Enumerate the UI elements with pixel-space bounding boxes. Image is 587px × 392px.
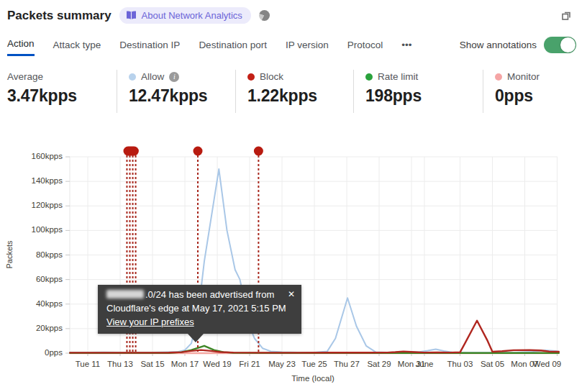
about-network-analytics-badge[interactable]: About Network Analytics [119, 7, 251, 24]
stat-value: 0pps [495, 86, 587, 106]
tab-action[interactable]: Action [7, 38, 35, 56]
stat-value: 12.47kpps [129, 86, 235, 106]
tab-ip-version[interactable]: IP version [286, 38, 329, 56]
tooltip-line2: Cloudflare's edge at May 17, 2021 5:15 P… [106, 301, 293, 315]
stat-label: Rate limit [378, 71, 418, 82]
tooltip-line1: .0/24 has been advertised from [106, 288, 293, 301]
toggle-knob [560, 37, 575, 53]
info-icon[interactable]: i [169, 72, 179, 82]
show-annotations-toggle[interactable] [544, 37, 576, 53]
page-title: Packets summary [7, 9, 112, 23]
y-tick-label: 160kpps [0, 152, 63, 160]
stat-allow: Allowi12.47kpps [117, 70, 235, 113]
tab-more[interactable]: ••• [401, 38, 411, 56]
tab-attack-type[interactable]: Attack type [53, 38, 101, 56]
redacted-ip-prefix [106, 290, 144, 298]
y-tick-label: 120kpps [0, 201, 63, 209]
x-axis-title: Time (local) [270, 374, 356, 383]
stat-block: Block1.22kpps [235, 70, 353, 113]
legend-dot [129, 73, 136, 81]
tab-protocol[interactable]: Protocol [347, 38, 383, 56]
stat-label: Average [7, 71, 43, 82]
legend-dot [495, 73, 502, 81]
stat-average: Average3.47kpps [7, 70, 117, 113]
tooltip-caret [188, 334, 204, 342]
annotation-marker-dot[interactable] [194, 147, 203, 156]
stat-label: Block [260, 71, 283, 82]
header: Packets summary About Network Analytics [7, 7, 270, 24]
close-icon[interactable]: ✕ [288, 288, 295, 301]
stat-value: 1.22kpps [247, 86, 353, 106]
stat-label: Allow [141, 71, 164, 82]
tab-destination-port[interactable]: Destination port [199, 38, 267, 56]
y-tick-label: 0pps [0, 348, 63, 357]
book-icon [126, 11, 137, 20]
view-ip-prefixes-link[interactable]: View your IP prefixes [106, 316, 194, 327]
legend-dot [365, 73, 373, 81]
pie-disc-icon[interactable] [259, 10, 270, 21]
annotation-marker-pill[interactable] [124, 147, 139, 156]
annotation-tooltip: ✕ .0/24 has been advertised from Cloudfl… [98, 285, 301, 334]
stat-label: Monitor [507, 71, 540, 82]
copy-window-icon[interactable] [560, 9, 573, 24]
legend-dot [247, 73, 255, 81]
stats-row: Average3.47kppsAllowi12.47kppsBlock1.22k… [7, 70, 587, 113]
stat-monitor: Monitor0pps [483, 70, 587, 113]
tab-bar: ActionAttack typeDestination IPDestinati… [7, 38, 411, 56]
packets-summary-panel: Packets summary About Network Analytics … [0, 0, 587, 392]
stat-value: 198pps [365, 86, 483, 106]
annotation-marker-dot[interactable] [254, 147, 263, 156]
y-tick-label: 40kpps [0, 299, 63, 308]
y-tick-label: 20kpps [0, 324, 63, 332]
tab-destination-ip[interactable]: Destination IP [119, 38, 180, 56]
show-annotations-control: Show annotations [460, 37, 576, 53]
stat-value: 3.47kpps [7, 86, 117, 106]
show-annotations-label: Show annotations [460, 40, 537, 50]
stat-rate-limit: Rate limit198pps [353, 70, 483, 113]
y-axis-title: Packets [5, 233, 14, 276]
badge-label: About Network Analytics [142, 10, 242, 21]
x-tick-label: Wed 09 [524, 360, 571, 368]
y-tick-label: 140kpps [0, 176, 63, 185]
